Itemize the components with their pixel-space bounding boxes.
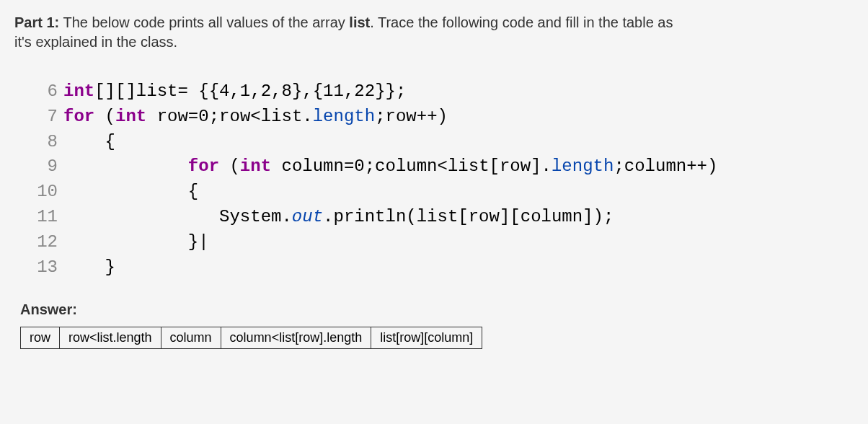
heading-text-1-end: . Trace the following code and fill in t…: [370, 14, 673, 30]
plain-token: (: [219, 156, 240, 176]
plain-token: ,: [250, 81, 260, 101]
number-token: 0: [198, 107, 208, 126]
line-number: 12: [29, 230, 58, 255]
number-token: 8: [281, 81, 291, 101]
number-token: 0: [354, 156, 364, 176]
plain-token: ;column++): [614, 156, 717, 176]
number-token: 4: [219, 81, 229, 101]
heading-text-1: The below code prints all values of the …: [59, 14, 349, 30]
italic-method-token: out: [292, 207, 323, 226]
part-heading: Part 1: The below code prints all values…: [14, 14, 854, 31]
plain-token: }|: [63, 232, 209, 252]
line-number: 13: [29, 255, 58, 281]
answer-heading: Answer:: [20, 301, 854, 318]
plain-token: {: [63, 132, 115, 151]
table-header-row: row row<list.length column column<list[r…: [21, 327, 482, 349]
keyword-token: for: [188, 156, 219, 176]
code-line: 13 }: [29, 255, 854, 281]
line-number: 10: [29, 180, 58, 205]
plain-token: System.: [63, 207, 292, 226]
plain-token: ;row++): [375, 107, 448, 126]
line-number: 11: [29, 205, 58, 230]
code-line: 11 System.out.println(list[row][column])…: [29, 205, 854, 230]
line-number: 9: [29, 154, 58, 180]
trace-table: row row<list.length column column<list[r…: [20, 327, 482, 349]
line-number: 6: [29, 79, 58, 105]
table-header: list[row][column]: [371, 327, 482, 349]
line-number: 8: [29, 130, 58, 155]
number-token: 1: [240, 81, 250, 101]
plain-token: },{: [292, 81, 323, 101]
table-header: row: [21, 327, 60, 349]
plain-token: ,: [229, 81, 239, 101]
plain-token: ,: [271, 81, 281, 101]
keyword-token: int: [63, 81, 94, 101]
number-token: 2: [261, 81, 271, 101]
keyword-token: int: [115, 107, 146, 126]
plain-token: [63, 156, 188, 176]
plain-token: {: [63, 182, 198, 201]
number-token: 11: [323, 81, 344, 101]
code-line: 7for (int row=0;row<list.length;row++): [29, 105, 854, 130]
code-line: 6int[][]list= {{4,1,2,8},{11,22}};: [29, 79, 854, 105]
number-token: 22: [354, 81, 375, 101]
plain-token: .println(list[row][column]);: [323, 207, 614, 226]
code-line: 8 {: [29, 130, 854, 155]
code-line: 12 }|: [29, 230, 854, 255]
plain-token: }};: [375, 81, 406, 101]
code-line: 9 for (int column=0;column<list[row].len…: [29, 154, 854, 180]
code-line: 10 {: [29, 180, 854, 205]
plain-token: (: [94, 107, 115, 126]
keyword-token: int: [240, 156, 271, 176]
method-token: length: [313, 107, 375, 126]
table-header: row<list.length: [60, 327, 161, 349]
line-number: 7: [29, 105, 58, 130]
part-label: Part 1:: [14, 14, 59, 30]
plain-token: ;column<list[row].: [365, 156, 552, 176]
plain-token: }: [63, 257, 115, 277]
heading-bold-word: list: [349, 14, 370, 30]
plain-token: row=: [146, 107, 198, 126]
plain-token: [][]list= {{: [94, 81, 219, 101]
heading-line-2: it's explained in the class.: [14, 34, 854, 50]
plain-token: ,: [344, 81, 354, 101]
table-header: column: [161, 327, 221, 349]
keyword-token: for: [63, 107, 94, 126]
code-block: 6int[][]list= {{4,1,2,8},{11,22}};7for (…: [29, 79, 854, 280]
table-header: column<list[row].length: [221, 327, 371, 349]
plain-token: column=: [271, 156, 354, 176]
method-token: length: [552, 156, 614, 176]
plain-token: ;row<list.: [209, 107, 313, 126]
